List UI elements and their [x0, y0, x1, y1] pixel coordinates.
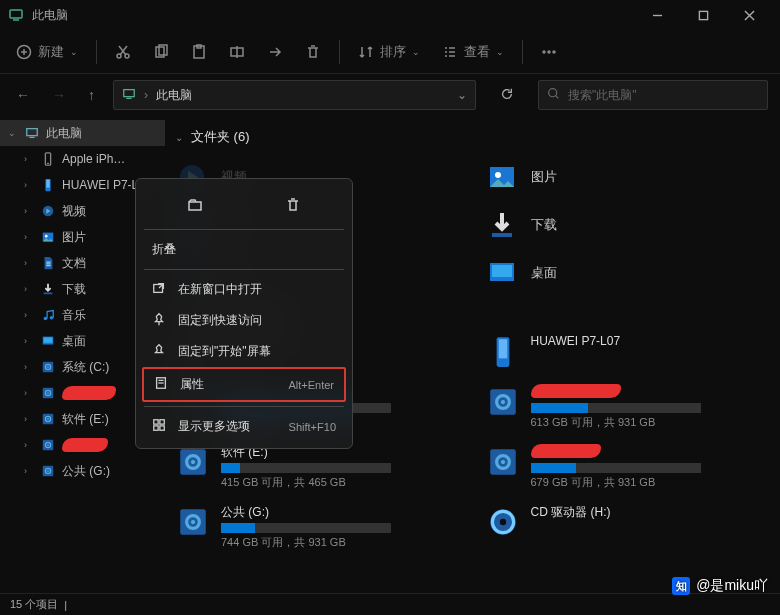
- drive-icon: [485, 444, 521, 480]
- refresh-button[interactable]: [490, 87, 524, 104]
- drive-usage-bar: [531, 403, 701, 413]
- chevron-down-icon[interactable]: ⌄: [457, 88, 467, 102]
- folder-label: 下载: [531, 216, 557, 234]
- chevron-down-icon: ⌄: [496, 47, 504, 57]
- folder-item[interactable]: 图片: [485, 156, 771, 198]
- up-button[interactable]: ↑: [84, 83, 99, 107]
- expander-icon[interactable]: ›: [24, 258, 34, 268]
- ctx-pin-quick[interactable]: 固定到快速访问: [142, 305, 346, 336]
- svg-rect-104: [154, 420, 158, 424]
- picture-icon: [40, 229, 56, 245]
- drive-usage-text: 415 GB 可用，共 465 GB: [221, 475, 461, 490]
- ctx-pin-start[interactable]: 固定到"开始"屏幕: [142, 336, 346, 367]
- expander-icon[interactable]: ›: [24, 362, 34, 372]
- zhihu-icon: 知: [672, 577, 690, 595]
- window-title: 此电脑: [32, 7, 634, 24]
- more-button[interactable]: [531, 38, 567, 66]
- sidebar-item-label: 文档: [62, 255, 86, 272]
- cut-button[interactable]: [105, 38, 141, 66]
- search-icon: [547, 87, 560, 103]
- paste-button[interactable]: [181, 38, 217, 66]
- drive-icon: [175, 444, 211, 480]
- expander-icon[interactable]: ›: [24, 310, 34, 320]
- expander-icon[interactable]: ›: [24, 206, 34, 216]
- back-button[interactable]: ←: [12, 83, 34, 107]
- new-button[interactable]: 新建 ⌄: [6, 37, 88, 67]
- sidebar-item[interactable]: ›公共 (G:): [0, 458, 165, 484]
- svg-point-26: [548, 51, 550, 53]
- ctx-open-new-window[interactable]: 在新窗口中打开: [142, 274, 346, 305]
- sidebar-item-label: 图片: [62, 229, 86, 246]
- sidebar-item[interactable]: ⌄此电脑: [0, 120, 165, 146]
- ctx-open-icon[interactable]: [181, 191, 209, 219]
- nav-row: ← → ↑ › 此电脑 ⌄ 搜索"此电脑": [0, 74, 780, 116]
- close-button[interactable]: [726, 0, 772, 30]
- sidebar-item[interactable]: ›Apple iPh…: [0, 146, 165, 172]
- ctx-delete-icon[interactable]: [279, 191, 307, 219]
- drive-icon: [40, 437, 56, 453]
- sidebar-item-label: 视频: [62, 203, 86, 220]
- share-button[interactable]: [257, 38, 293, 66]
- address-bar[interactable]: › 此电脑 ⌄: [113, 80, 476, 110]
- drive-item[interactable]: 软件 (E:)415 GB 可用，共 465 GB: [175, 442, 461, 492]
- drive-item[interactable]: 613 GB 可用，共 931 GB: [485, 382, 771, 432]
- expander-icon[interactable]: ›: [24, 466, 34, 476]
- expander-icon[interactable]: ⌄: [8, 128, 18, 138]
- svg-point-60: [47, 444, 49, 446]
- download-icon: [40, 281, 56, 297]
- expander-icon[interactable]: ›: [24, 232, 34, 242]
- svg-rect-106: [154, 426, 158, 430]
- title-bar: 此电脑: [0, 0, 780, 30]
- toolbar: 新建 ⌄ 排序 ⌄ 查看 ⌄: [0, 30, 780, 74]
- redacted-label: [62, 438, 108, 452]
- status-bar: 15 个项目 |: [0, 593, 780, 615]
- expander-icon[interactable]: ›: [24, 180, 34, 190]
- expander-icon[interactable]: ›: [24, 388, 34, 398]
- svg-point-57: [47, 418, 49, 420]
- maximize-button[interactable]: [680, 0, 726, 30]
- watermark: 知 @是miku吖: [672, 577, 768, 595]
- drive-usage-text: 679 GB 可用，共 931 GB: [531, 475, 771, 490]
- drive-item[interactable]: HUAWEI P7-L07: [485, 332, 771, 372]
- ctx-properties-shortcut: Alt+Enter: [288, 379, 334, 391]
- status-count: 15 个项目: [10, 597, 58, 612]
- folder-label: 图片: [531, 168, 557, 186]
- folders-section-head[interactable]: ⌄ 文件夹 (6): [175, 128, 770, 146]
- ctx-more-options[interactable]: 显示更多选项 Shift+F10: [142, 411, 346, 442]
- drive-item[interactable]: 公共 (G:)744 GB 可用，共 931 GB: [175, 502, 461, 552]
- sidebar-item-label: 桌面: [62, 333, 86, 350]
- svg-point-25: [543, 51, 545, 53]
- expander-icon[interactable]: ›: [24, 336, 34, 346]
- minimize-button[interactable]: [634, 0, 680, 30]
- breadcrumb[interactable]: 此电脑: [156, 87, 192, 104]
- svg-point-89: [191, 460, 195, 464]
- svg-rect-44: [44, 293, 53, 295]
- drive-icon: [40, 359, 56, 375]
- expander-icon[interactable]: ›: [24, 284, 34, 294]
- redacted-label: [531, 444, 601, 458]
- desktop-icon: [485, 256, 519, 290]
- ctx-collapse[interactable]: 折叠: [142, 234, 346, 265]
- sort-button[interactable]: 排序 ⌄: [348, 37, 430, 67]
- drive-item[interactable]: CD 驱动器 (H:): [485, 502, 771, 552]
- ctx-properties[interactable]: 属性 Alt+Enter: [142, 367, 346, 402]
- rename-button[interactable]: [219, 38, 255, 66]
- drive-usage-bar: [221, 463, 391, 473]
- folder-item[interactable]: 桌面: [485, 252, 771, 294]
- folder-item[interactable]: 下载: [485, 204, 771, 246]
- phone-icon: [40, 151, 56, 167]
- drive-item[interactable]: 679 GB 可用，共 931 GB: [485, 442, 771, 492]
- copy-button[interactable]: [143, 38, 179, 66]
- expander-icon[interactable]: ›: [24, 154, 34, 164]
- context-menu: 折叠 在新窗口中打开 固定到快速访问 固定到"开始"屏幕 属性 Alt+Ente…: [135, 178, 353, 449]
- search-input[interactable]: 搜索"此电脑": [538, 80, 768, 110]
- forward-button[interactable]: →: [48, 83, 70, 107]
- delete-button[interactable]: [295, 38, 331, 66]
- chevron-down-icon: ⌄: [175, 132, 183, 143]
- expander-icon[interactable]: ›: [24, 414, 34, 424]
- ctx-collapse-label: 折叠: [152, 241, 176, 258]
- redacted-label: [62, 386, 116, 400]
- expander-icon[interactable]: ›: [24, 440, 34, 450]
- svg-rect-107: [160, 426, 164, 430]
- view-button[interactable]: 查看 ⌄: [432, 37, 514, 67]
